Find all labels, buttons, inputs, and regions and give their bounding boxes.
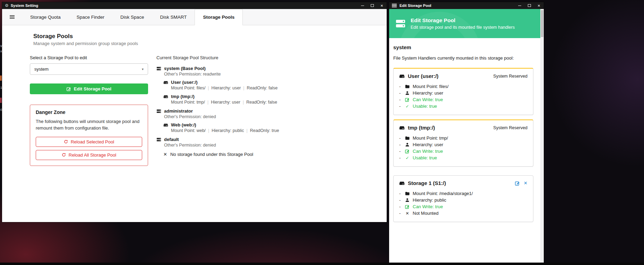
header-subtitle: Edit storage pool and its mounted file s… (411, 25, 515, 30)
pool-structure-panel: Current Storage Pool Structure system (B… (156, 55, 373, 166)
storage-mount: Mount Point: files/ (171, 86, 205, 90)
menu-button[interactable] (2, 9, 22, 25)
edit-storage-pool-window: Edit Storage Pool ✕ Edit Storage Pool Ed… (389, 2, 544, 263)
hdd-icon (399, 73, 405, 79)
refresh-icon (62, 153, 66, 157)
tab-disk-smart[interactable]: Disk SMART (152, 9, 195, 25)
handler-name: User (user:/) (408, 73, 438, 79)
hamburger-icon (10, 15, 15, 19)
storage-readonly: ReadOnly: false (246, 100, 277, 105)
pool-name-heading: system (393, 44, 533, 50)
handler-name: tmp (tmp:/) (408, 125, 435, 131)
chevron-down-icon: ▾ (142, 67, 144, 71)
reload-all-pool-button[interactable]: Reload All Storage Pool (36, 150, 142, 160)
pool-node-system: system (Base Pool) Other's Permission: r… (156, 66, 373, 105)
empty-pool-message: ✕ No storage found under this Storage Po… (163, 152, 373, 157)
storage-hierarchy: Hierarchy: user (212, 86, 241, 90)
handler-row: -✓Usable: true (399, 154, 527, 161)
danger-zone-description: The following buttons will unmount stora… (36, 118, 142, 132)
tab-storage-pools[interactable]: Storage Pools (195, 9, 243, 25)
minimize-button[interactable] (360, 3, 364, 8)
pool-permission: Other's Permission: denied (164, 114, 373, 119)
minimize-button[interactable] (517, 3, 522, 8)
cross-icon: ✕ (405, 211, 410, 215)
danger-zone-card: Danger Zone The following buttons will u… (30, 105, 148, 166)
handler-row: -Hierarchy: user (399, 141, 527, 148)
edit-icon (405, 97, 410, 102)
storage-name: Web (web:/) (171, 122, 196, 127)
danger-zone-title: Danger Zone (36, 109, 142, 115)
hdd-icon (163, 80, 168, 85)
server-icon (156, 109, 161, 114)
user-icon (405, 198, 410, 202)
screen-bottom-edge (0, 263, 644, 265)
hdd-icon (399, 180, 405, 186)
handler-row: -✕Not Mounted (399, 210, 527, 217)
desktop-icon (0, 98, 2, 103)
pool-select-label: Select a Storage Pool to edit (30, 55, 148, 60)
handler-row: -Can Write: true (399, 148, 527, 154)
pool-name: system (Base Pool) (164, 66, 206, 71)
header-title: Edit Storage Pool (411, 17, 515, 24)
scrollbar[interactable] (540, 9, 544, 263)
edit-pool-titlebar: Edit Storage Pool ✕ (389, 2, 544, 9)
edit-icon (405, 204, 410, 209)
remove-handler-button[interactable]: ✕ (524, 180, 527, 186)
storage-mount: Mount Point: tmp/ (171, 100, 205, 105)
separator: | (208, 128, 209, 133)
folder-icon (405, 84, 410, 89)
separator: | (208, 86, 209, 90)
storage-name: tmp (tmp:/) (171, 94, 195, 99)
pool-select-value: system (34, 67, 49, 72)
edit-icon (405, 149, 410, 153)
separator: | (246, 128, 247, 133)
pool-name: administrator (164, 108, 193, 114)
handler-name: Storage 1 (S1:/) (408, 180, 446, 186)
handlers-intro: File System Handlers currently mounted i… (393, 55, 533, 61)
edit-pool-header: Edit Storage Pool Edit storage pool and … (389, 9, 540, 38)
scrollbar-thumb[interactable] (541, 10, 543, 37)
pool-select-dropdown[interactable]: system ▾ (30, 63, 148, 75)
user-icon (405, 91, 410, 95)
pool-permission: Other's Permission: denied (164, 143, 373, 148)
check-icon: ✓ (405, 156, 410, 160)
storage-readonly: ReadOnly: false (247, 86, 278, 90)
storage-hierarchy: Hierarchy: public (212, 128, 244, 133)
page-title: Storage Pools (33, 33, 373, 40)
storage-node: User (user:/) Mount Point: files/|Hierar… (163, 80, 373, 90)
edit-handler-button[interactable] (515, 181, 520, 186)
maximize-button[interactable] (370, 3, 374, 8)
handler-row: -Hierarchy: public (399, 197, 527, 203)
handler-row: -Can Write: true (399, 96, 527, 103)
pool-name: default (164, 137, 179, 142)
gear-icon: ⚙ (5, 3, 9, 8)
system-setting-titlebar: ⚙ System Setting ✕ (2, 2, 387, 9)
user-icon (405, 142, 410, 147)
hdd-icon (163, 94, 168, 99)
storage-name: User (user:/) (171, 80, 198, 85)
hdd-icon (399, 125, 405, 131)
handler-row: -✓Usable: true (399, 103, 527, 109)
system-setting-window: ⚙ System Setting ✕ Storage Quota Space F… (2, 2, 387, 222)
cross-icon: ✕ (163, 152, 167, 157)
check-icon: ✓ (405, 104, 410, 108)
tab-storage-quota[interactable]: Storage Quota (22, 9, 69, 25)
desktop-icon (0, 76, 2, 81)
page-subtitle: Manage system and permission group stora… (33, 41, 373, 46)
hdd-icon (163, 123, 168, 127)
edit-storage-pool-button[interactable]: Edit Storage Pool (30, 83, 148, 94)
maximize-button[interactable] (527, 3, 531, 8)
hamburger-icon[interactable] (392, 4, 397, 7)
fs-handler-card-storage1: Storage 1 (S1:/) ✕ -Mount Point: /media/… (393, 175, 533, 222)
handler-row: -Mount Point: files/ (399, 83, 527, 90)
separator: | (243, 100, 244, 105)
storage-readonly: ReadOnly: true (250, 128, 279, 133)
system-reserved-badge: System Reserved (493, 74, 527, 79)
server-icon (156, 66, 161, 71)
reload-selected-pool-button[interactable]: Reload Selected Pool (36, 137, 142, 147)
tab-space-finder[interactable]: Space Finder (69, 9, 112, 25)
structure-heading: Current Storage Pool Structure (156, 55, 373, 60)
close-button[interactable]: ✕ (537, 3, 541, 8)
close-button[interactable]: ✕ (380, 3, 384, 8)
tab-disk-space[interactable]: Disk Space (112, 9, 152, 25)
